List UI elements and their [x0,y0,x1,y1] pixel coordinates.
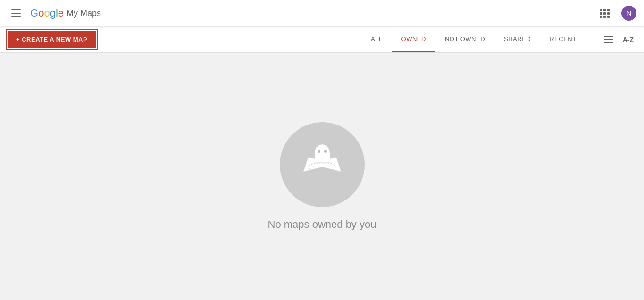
avatar[interactable]: N [621,6,636,21]
app-header: G o o g l e My Maps N [0,0,644,26]
sort-az-button[interactable]: A-Z [620,33,636,46]
svg-rect-6 [315,153,330,162]
google-apps-icon[interactable] [596,5,614,22]
menu-icon[interactable] [8,6,25,21]
tab-bar: ALL OWNED NOT OWNED SHARED RECENT [361,26,586,52]
svg-rect-0 [604,36,613,37]
header-left: G o o g l e My Maps [8,6,101,21]
tab-recent[interactable]: RECENT [540,26,585,52]
google-logo: G o o g l e My Maps [30,7,101,19]
main-content: No maps owned by you [0,53,644,300]
sort-label: A-Z [623,36,634,43]
list-view-button[interactable] [601,33,616,46]
tab-shared[interactable]: SHARED [494,26,540,52]
toolbar: + CREATE A NEW MAP ALL OWNED NOT OWNED S… [0,26,644,53]
app-name: My Maps [67,8,101,18]
svg-rect-1 [604,39,613,40]
tab-all[interactable]: ALL [361,26,392,52]
empty-state-illustration [280,122,365,207]
empty-state: No maps owned by you [268,122,376,231]
header-right: N [596,5,636,22]
empty-state-text: No maps owned by you [268,218,376,231]
view-controls: A-Z [601,33,636,46]
svg-point-7 [318,150,320,153]
create-new-map-button[interactable]: + CREATE A NEW MAP [8,31,96,48]
svg-rect-2 [604,42,613,43]
svg-point-8 [324,150,327,153]
tab-not-owned[interactable]: NOT OWNED [435,26,494,52]
tab-owned[interactable]: OWNED [392,26,435,52]
